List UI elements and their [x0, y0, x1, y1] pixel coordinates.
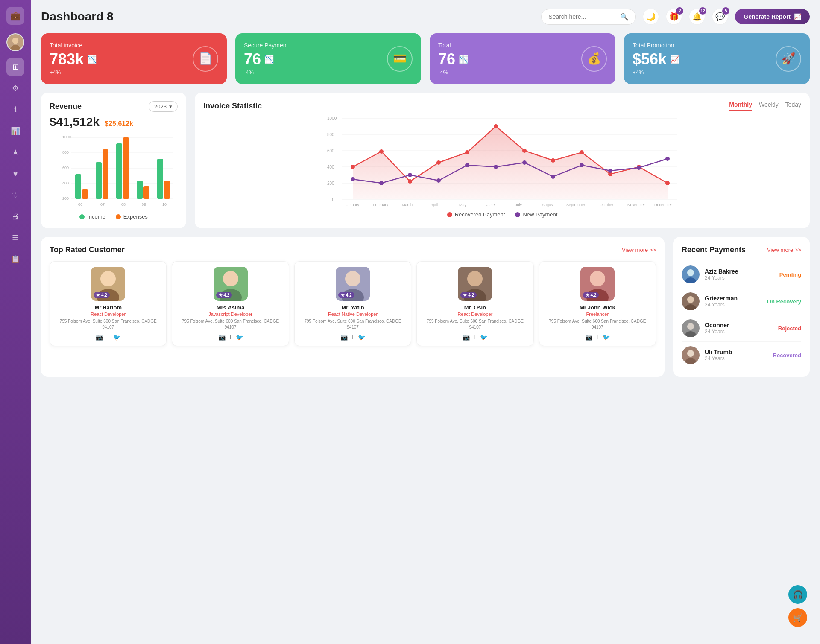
svg-point-102	[687, 350, 694, 357]
customer-address-4: 795 Folsom Ave, Suite 600 San Francisco,…	[422, 318, 528, 330]
search-input[interactable]	[548, 13, 617, 20]
dashboard-icon: ⊞	[12, 62, 19, 72]
generate-report-label: Generate Report	[744, 13, 791, 20]
charts-row: Revenue 2023 ▾ $41,512k $25,612k 1000 80…	[41, 93, 810, 228]
customer-card-4: ★ 4.2 Mr. Osib React Developer 795 Folso…	[416, 261, 533, 346]
sidebar-item-heart[interactable]: ♥	[6, 165, 24, 183]
stat-payment-label: Secure Payment	[244, 42, 288, 49]
customer-address-5: 795 Folsom Ave, Suite 600 San Francisco,…	[545, 318, 650, 330]
payment-item-3: Oconner 24 Years Rejected	[682, 315, 801, 342]
cart-float-button[interactable]: 🛒	[788, 608, 807, 627]
svg-point-75	[637, 166, 641, 170]
svg-point-96	[687, 296, 694, 303]
recent-payments-view-more[interactable]: View more >>	[767, 247, 801, 253]
search-icon: 🔍	[620, 13, 629, 21]
theme-toggle-button[interactable]: 🌙	[643, 9, 659, 25]
search-box[interactable]: 🔍	[541, 9, 636, 25]
sidebar-item-dashboard[interactable]: ⊞	[6, 58, 24, 76]
facebook-icon-1[interactable]: f	[107, 334, 109, 341]
instagram-icon-1[interactable]: 📷	[96, 334, 103, 341]
customer-address-3: 795 Folsom Ave, Suite 600 San Francisco,…	[300, 318, 406, 330]
new-payment-dot	[515, 212, 520, 217]
svg-point-70	[494, 165, 498, 169]
stat-card-total-left: Total 76 📉 -4%	[438, 42, 468, 76]
instagram-icon-5[interactable]: 📷	[585, 334, 592, 341]
gift-button[interactable]: 🎁 2	[666, 9, 682, 25]
twitter-icon-5[interactable]: 🐦	[603, 334, 610, 341]
svg-rect-13	[75, 174, 81, 199]
revenue-main-value: $41,512k $25,612k	[50, 115, 178, 129]
heart-outline-icon: ♡	[12, 190, 19, 200]
year-selector[interactable]: 2023 ▾	[149, 101, 178, 112]
stat-total-icon: 💰	[581, 46, 607, 72]
sidebar-avatar[interactable]	[6, 33, 24, 51]
bell-button[interactable]: 🔔 12	[689, 9, 705, 25]
svg-text:0: 0	[331, 197, 333, 202]
top-customers-header: Top Rated Customer View more >>	[50, 245, 656, 254]
gear-icon: ⚙	[12, 84, 19, 93]
svg-point-90	[590, 271, 605, 286]
bar-chart-icon: 📈	[794, 13, 801, 20]
sidebar-item-info[interactable]: ℹ	[6, 101, 24, 119]
customer-name-3: Mr. Yatin	[300, 304, 406, 311]
sidebar: 💼 ⊞ ⚙ ℹ 📊 ★ ♥ ♡ 🖨 ☰ 📋	[0, 0, 31, 644]
payment-info-2: Griezerman 24 Years	[705, 295, 762, 308]
facebook-icon-4[interactable]: f	[474, 334, 476, 341]
main-content: Dashboard 8 🔍 🌙 🎁 2 🔔 12 💬 5 Gen	[31, 0, 820, 644]
stat-invoice-value: 783k 📉	[50, 50, 97, 68]
facebook-icon-3[interactable]: f	[352, 334, 354, 341]
twitter-icon-4[interactable]: 🐦	[480, 334, 487, 341]
svg-point-67	[408, 173, 412, 177]
svg-text:600: 600	[327, 149, 334, 153]
generate-report-button[interactable]: Generate Report 📈	[735, 9, 810, 24]
recovered-label: Recovered Payment	[455, 211, 505, 218]
sidebar-item-print[interactable]: 🖨	[6, 207, 24, 225]
instagram-icon-4[interactable]: 📷	[463, 334, 470, 341]
tab-today[interactable]: Today	[785, 101, 801, 111]
top-customers-view-more[interactable]: View more >>	[622, 247, 656, 253]
sidebar-item-settings[interactable]: ⚙	[6, 79, 24, 97]
payment-info-3: Oconner 24 Years	[705, 322, 773, 335]
svg-text:800: 800	[62, 150, 69, 154]
svg-text:400: 400	[327, 165, 334, 169]
svg-rect-20	[123, 137, 129, 199]
stat-payment-change: -4%	[244, 69, 288, 76]
tab-weekly[interactable]: Weekly	[759, 101, 779, 111]
sidebar-item-star[interactable]: ★	[6, 143, 24, 161]
payment-avatar-3	[682, 319, 700, 337]
stat-card-invoice: Total invoice 783k 📉 +4% 📄	[41, 33, 227, 84]
facebook-icon-2[interactable]: f	[230, 334, 231, 341]
header-right: 🔍 🌙 🎁 2 🔔 12 💬 5 Generate Report 📈	[541, 9, 810, 25]
trend-down2-icon: 📉	[264, 55, 274, 64]
chat-button[interactable]: 💬 5	[712, 9, 728, 25]
twitter-icon-2[interactable]: 🐦	[236, 334, 243, 341]
trend-up-icon: 📈	[670, 55, 679, 64]
sidebar-item-menu[interactable]: ☰	[6, 229, 24, 247]
twitter-icon-3[interactable]: 🐦	[358, 334, 365, 341]
logo-icon: 💼	[10, 11, 21, 21]
svg-point-54	[379, 149, 384, 154]
invoice-title: Invoice Statistic	[203, 102, 262, 111]
twitter-icon-1[interactable]: 🐦	[113, 334, 120, 341]
svg-rect-26	[164, 181, 170, 199]
payment-age-1: 24 Years	[705, 275, 774, 281]
svg-point-93	[687, 269, 694, 276]
svg-text:1000: 1000	[62, 135, 71, 139]
instagram-icon-3[interactable]: 📷	[340, 334, 348, 341]
facebook-icon-5[interactable]: f	[597, 334, 598, 341]
sidebar-logo[interactable]: 💼	[6, 7, 24, 25]
sidebar-item-heart2[interactable]: ♡	[6, 186, 24, 204]
new-payment-label: New Payment	[523, 211, 557, 218]
rating-badge-1: ★ 4.2	[94, 292, 110, 298]
instagram-icon-2[interactable]: 📷	[218, 334, 226, 341]
support-float-button[interactable]: 🎧	[788, 585, 807, 604]
svg-point-64	[665, 181, 670, 185]
sidebar-item-doc[interactable]: 📋	[6, 250, 24, 268]
svg-point-76	[665, 157, 670, 161]
tab-monthly[interactable]: Monthly	[729, 101, 752, 111]
stat-cards: Total invoice 783k 📉 +4% 📄 Secure Paymen…	[41, 33, 810, 84]
header: Dashboard 8 🔍 🌙 🎁 2 🔔 12 💬 5 Gen	[41, 9, 810, 25]
svg-text:09: 09	[142, 202, 146, 207]
sidebar-item-chart[interactable]: 📊	[6, 122, 24, 140]
svg-point-61	[580, 150, 584, 154]
